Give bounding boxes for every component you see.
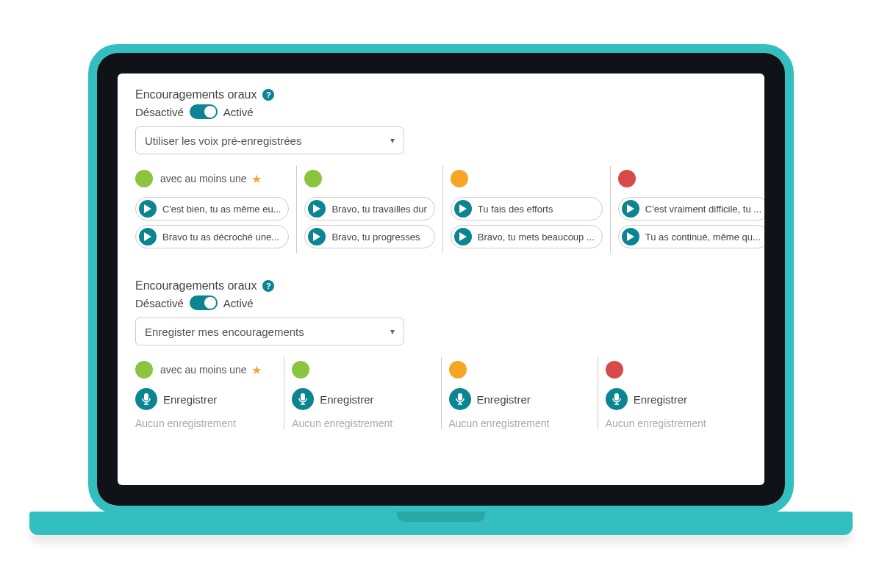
red-dot-icon — [606, 361, 623, 379]
laptop-bezel: Encouragements oraux ? Désactivé Activé … — [97, 53, 785, 506]
col-header — [606, 357, 747, 382]
help-icon[interactable]: ? — [262, 89, 274, 101]
toggle-switch[interactable] — [190, 295, 218, 310]
record-columns: avec au moins une ★ Enregistrer Aucun en… — [135, 357, 747, 429]
section-prerecorded: Encouragements oraux ? Désactivé Activé … — [135, 88, 747, 253]
voice-select-value: Enregister mes encouragements — [145, 326, 304, 338]
svg-marker-1 — [144, 232, 151, 241]
microphone-icon — [292, 388, 314, 410]
play-icon — [454, 200, 472, 218]
star-prefix: avec au moins une — [160, 173, 247, 184]
col-header: avec au moins une ★ — [135, 166, 289, 191]
record-button[interactable]: Enregistrer — [606, 388, 747, 410]
record-button[interactable]: Enregistrer — [135, 388, 276, 410]
record-label: Enregistrer — [163, 393, 217, 406]
col-green-star: avec au moins une ★ C'est bien, tu as mê… — [135, 166, 297, 253]
col-header — [451, 166, 603, 191]
phrase-text: Bravo, tu progresses — [331, 232, 426, 243]
chevron-down-icon: ▾ — [390, 326, 395, 337]
toggle-on-label: Activé — [223, 106, 254, 118]
toggle-switch[interactable] — [190, 104, 218, 119]
col-header — [304, 166, 434, 191]
voice-select[interactable]: Utiliser les voix pré-enregistrées ▾ — [135, 126, 404, 154]
play-icon — [622, 228, 639, 245]
play-icon — [454, 228, 472, 245]
play-icon — [622, 200, 639, 218]
svg-rect-8 — [144, 393, 148, 401]
empty-text: Aucun enregistrement — [606, 417, 747, 429]
play-icon — [308, 228, 326, 245]
play-icon — [308, 200, 326, 218]
record-label: Enregistrer — [634, 393, 687, 406]
green-dot-icon — [135, 170, 153, 187]
phrase-text: Bravo tu as décroché une... — [162, 232, 281, 243]
col-green: Bravo, tu travailles dur Bravo, tu progr… — [297, 166, 442, 253]
help-icon[interactable]: ? — [262, 280, 274, 292]
svg-rect-14 — [458, 393, 462, 401]
toggle-off-label: Désactivé — [135, 106, 184, 118]
svg-marker-7 — [627, 232, 634, 241]
microphone-icon — [449, 388, 471, 410]
svg-rect-11 — [301, 393, 305, 401]
laptop-outline: Encouragements oraux ? Désactivé Activé … — [88, 44, 794, 514]
section-title-row: Encouragements oraux ? — [135, 88, 747, 101]
col-header — [292, 357, 433, 382]
play-phrase-button[interactable]: Bravo, tu progresses — [304, 225, 434, 248]
orange-dot-icon — [449, 361, 467, 379]
svg-marker-5 — [459, 232, 467, 241]
toggle-row: Désactivé Activé — [135, 104, 747, 119]
phrase-columns: avec au moins une ★ C'est bien, tu as mê… — [135, 166, 747, 253]
svg-marker-3 — [313, 232, 320, 241]
phrase-text: C'est vraiment difficile, tu ... — [645, 204, 761, 215]
empty-text: Aucun enregistrement — [292, 417, 433, 429]
play-phrase-button[interactable]: Bravo, tu travailles dur — [304, 197, 434, 220]
col-green: Enregistrer Aucun enregistrement — [284, 357, 441, 429]
phrase-text: Tu as continué, même qu... — [645, 232, 761, 243]
svg-marker-2 — [313, 204, 320, 213]
record-button[interactable]: Enregistrer — [449, 388, 590, 410]
col-header — [449, 357, 590, 382]
laptop-base — [29, 512, 853, 535]
toggle-knob — [204, 297, 216, 309]
toggle-row: Désactivé Activé — [135, 295, 747, 310]
microphone-icon — [135, 388, 157, 410]
star-icon: ★ — [251, 172, 262, 186]
toggle-knob — [204, 106, 216, 118]
phrase-text: Bravo, tu mets beaucoup ... — [478, 232, 595, 243]
play-phrase-button[interactable]: Bravo, tu mets beaucoup ... — [451, 225, 603, 248]
section-title: Encouragements oraux — [135, 279, 257, 293]
phrase-text: C'est bien, tu as même eu... — [162, 204, 281, 215]
play-icon — [139, 200, 157, 218]
svg-marker-6 — [627, 204, 634, 213]
play-phrase-button[interactable]: Tu fais des efforts — [451, 197, 603, 220]
col-red: C'est vraiment difficile, tu ... Tu as c… — [611, 166, 764, 253]
record-button[interactable]: Enregistrer — [292, 388, 433, 410]
voice-select-value: Utiliser les voix pré-enregistrées — [145, 135, 301, 147]
record-label: Enregistrer — [320, 393, 373, 406]
stage: Encouragements oraux ? Désactivé Activé … — [0, 0, 882, 588]
play-icon — [139, 228, 157, 245]
play-phrase-button[interactable]: C'est bien, tu as même eu... — [135, 197, 289, 220]
green-dot-icon — [135, 361, 153, 379]
svg-rect-17 — [614, 393, 619, 401]
play-phrase-button[interactable]: Tu as continué, même qu... — [618, 225, 764, 248]
play-phrase-button[interactable]: C'est vraiment difficile, tu ... — [618, 197, 764, 220]
svg-marker-0 — [144, 204, 151, 213]
play-phrase-button[interactable]: Bravo tu as décroché une... — [135, 225, 289, 248]
section-title-row: Encouragements oraux ? — [135, 279, 747, 293]
star-prefix: avec au moins une — [160, 364, 247, 376]
phrase-text: Tu fais des efforts — [478, 204, 595, 215]
red-dot-icon — [618, 170, 636, 187]
app-screen: Encouragements oraux ? Désactivé Activé … — [118, 74, 764, 485]
toggle-off-label: Désactivé — [135, 297, 184, 309]
microphone-icon — [606, 388, 628, 410]
record-label: Enregistrer — [477, 393, 531, 406]
green-dot-icon — [304, 170, 322, 187]
section-record-own: Encouragements oraux ? Désactivé Activé … — [135, 279, 747, 429]
col-red: Enregistrer Aucun enregistrement — [598, 357, 747, 429]
star-icon: ★ — [251, 363, 262, 377]
voice-select[interactable]: Enregister mes encouragements ▾ — [135, 318, 404, 345]
col-orange: Tu fais des efforts Bravo, tu mets beauc… — [443, 166, 611, 253]
laptop-notch — [397, 512, 485, 522]
col-header: avec au moins une ★ — [135, 357, 276, 382]
